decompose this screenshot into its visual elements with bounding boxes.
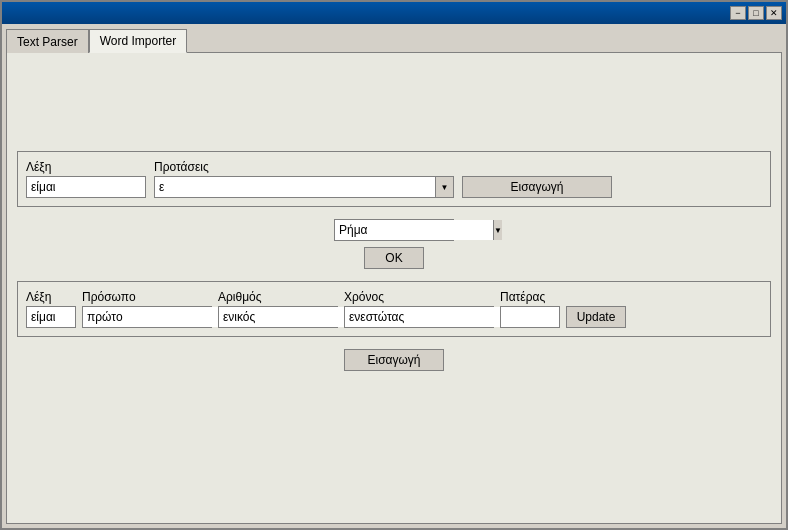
insert-button-top[interactable]: Εισαγωγή xyxy=(462,176,612,198)
tab-word-importer[interactable]: Word Importer xyxy=(89,29,187,53)
bottom-word-input[interactable] xyxy=(26,306,76,328)
top-input-row: Λέξη Προτάσεις ▼ xyxy=(26,160,762,198)
rhma-dropdown-btn[interactable]: ▼ xyxy=(493,220,502,240)
tense-combo: ▼ xyxy=(344,306,494,328)
sentences-dropdown-btn[interactable]: ▼ xyxy=(435,177,453,197)
minimize-button[interactable]: − xyxy=(730,6,746,20)
bottom-person-group: Πρόσωπο ▼ xyxy=(82,290,212,328)
father-label: Πατέρας xyxy=(500,290,560,304)
bottom-word-group: Λέξη xyxy=(26,290,76,328)
person-combo: ▼ xyxy=(82,306,212,328)
tab-bar: Text Parser Word Importer xyxy=(6,28,782,52)
word-input[interactable] xyxy=(26,176,146,198)
sentences-field-group: Προτάσεις ▼ xyxy=(154,160,454,198)
bottom-tense-group: Χρόνος ▼ xyxy=(344,290,494,328)
word-field-group: Λέξη xyxy=(26,160,146,198)
tab-text-parser[interactable]: Text Parser xyxy=(6,29,89,53)
sentences-label: Προτάσεις xyxy=(154,160,454,174)
number-combo: ▼ xyxy=(218,306,338,328)
window-content: Text Parser Word Importer Λέξη xyxy=(2,24,786,528)
main-panel: Λέξη Προτάσεις ▼ xyxy=(6,52,782,524)
rhma-dropdown-arrow-icon: ▼ xyxy=(494,226,502,235)
insert-btn-group-top: x Εισαγωγή xyxy=(462,160,612,198)
dropdown-arrow-icon: ▼ xyxy=(441,183,449,192)
update-btn-group: x Update xyxy=(566,290,626,328)
title-bar-buttons: − □ ✕ xyxy=(730,6,782,20)
top-section-box: Λέξη Προτάσεις ▼ xyxy=(17,151,771,207)
rhma-combo: ▼ xyxy=(334,219,454,241)
close-button[interactable]: ✕ xyxy=(766,6,782,20)
update-button[interactable]: Update xyxy=(566,306,626,328)
sentences-combo: ▼ xyxy=(154,176,454,198)
spacer xyxy=(17,63,771,143)
title-bar: − □ ✕ xyxy=(2,2,786,24)
person-label: Πρόσωπο xyxy=(82,290,212,304)
middle-controls: ▼ ΟΚ xyxy=(17,215,771,273)
bottom-section-box: Λέξη Πρόσωπο ▼ xyxy=(17,281,771,337)
word-label: Λέξη xyxy=(26,160,146,174)
ok-button[interactable]: ΟΚ xyxy=(364,247,424,269)
insert-button-bottom[interactable]: Εισαγωγή xyxy=(344,349,444,371)
maximize-button[interactable]: □ xyxy=(748,6,764,20)
tense-label: Χρόνος xyxy=(344,290,494,304)
main-window: − □ ✕ Text Parser Word Importer xyxy=(0,0,788,530)
insert-btn-wrapper: Εισαγωγή xyxy=(17,345,771,375)
father-input[interactable] xyxy=(500,306,560,328)
rhma-combo-input[interactable] xyxy=(335,220,493,240)
bottom-label-row: Λέξη Πρόσωπο ▼ xyxy=(26,290,762,328)
bottom-word-label: Λέξη xyxy=(26,290,76,304)
sentences-combo-input[interactable] xyxy=(155,177,435,197)
tense-combo-input[interactable] xyxy=(345,307,503,327)
bottom-father-group: Πατέρας xyxy=(500,290,560,328)
number-label: Αριθμός xyxy=(218,290,338,304)
tab-word-importer-label: Word Importer xyxy=(100,34,176,48)
bottom-number-group: Αριθμός ▼ xyxy=(218,290,338,328)
tab-text-parser-label: Text Parser xyxy=(17,35,78,49)
